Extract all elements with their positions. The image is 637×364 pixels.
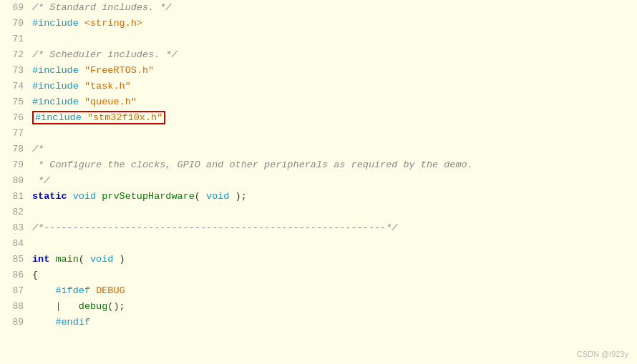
line-number: 70 xyxy=(0,16,32,31)
line-content: int main( void ) xyxy=(32,252,637,267)
token-kw-preprocessor: #include xyxy=(32,65,84,76)
line-content: */ xyxy=(32,173,637,189)
code-line: 73#include "FreeRTOS.h" xyxy=(0,63,637,79)
line-number: 88 xyxy=(0,299,32,315)
code-line: 79 * Configure the clocks, GPIO and othe… xyxy=(0,157,637,173)
line-number: 77 xyxy=(0,126,32,142)
code-line: 86{ xyxy=(0,267,637,283)
token-kw-comment: /* Standard includes. */ xyxy=(32,2,171,13)
token-kw-string: "queue.h" xyxy=(84,97,137,107)
token-kw-comment: */ xyxy=(32,175,49,186)
line-content: #ifdef DEBUG xyxy=(32,283,637,299)
line-content: #include <string.h> xyxy=(32,16,637,31)
code-line: 85int main( void ) xyxy=(0,252,637,267)
line-number: 82 xyxy=(0,205,32,220)
code-line: 69/* Standard includes. */ xyxy=(0,0,637,16)
code-line: 89 #endif xyxy=(0,315,637,330)
code-line: 88 | debug(); xyxy=(0,299,637,315)
code-line: 70#include <string.h> xyxy=(0,16,637,31)
token-kw-string: "task.h" xyxy=(84,81,131,92)
code-line: 81static void prvSetupHardware( void ); xyxy=(0,189,637,205)
line-content: #include "task.h" xyxy=(32,79,637,94)
token-kw-normal: { xyxy=(32,270,38,280)
code-line: 87 #ifdef DEBUG xyxy=(0,283,637,299)
token-kw-type: void xyxy=(73,191,102,202)
code-line: 74#include "task.h" xyxy=(0,79,637,94)
line-content: * Configure the clocks, GPIO and other p… xyxy=(32,157,637,173)
line-content: | debug(); xyxy=(32,299,637,315)
line-content: /* Scheduler includes. */ xyxy=(32,47,637,63)
token-kw-preprocessor: #ifdef xyxy=(55,285,96,296)
code-line: 75#include "queue.h" xyxy=(0,94,637,110)
code-line: 84 xyxy=(0,236,637,252)
token-kw-string: "FreeRTOS.h" xyxy=(84,65,154,76)
token-kw-preprocessor: #endif xyxy=(55,317,90,328)
token-kw-string: <string.h> xyxy=(84,18,142,29)
token-kw-string: DEBUG xyxy=(96,285,125,296)
line-content: #include "stm32f10x.h" xyxy=(32,110,637,126)
token-kw-comment: /* xyxy=(32,144,44,154)
code-line: 82 xyxy=(0,205,637,220)
line-number: 69 xyxy=(0,0,32,16)
line-number: 76 xyxy=(0,110,32,126)
line-number: 83 xyxy=(0,220,32,236)
line-content: #endif xyxy=(32,315,637,330)
token-kw-function: debug xyxy=(79,301,108,312)
token-kw-comment: /*--------------------------------------… xyxy=(32,222,397,233)
line-content: { xyxy=(32,267,637,283)
line-content: #include "queue.h" xyxy=(32,94,637,110)
line-content: /*--------------------------------------… xyxy=(32,220,637,236)
line-number: 87 xyxy=(0,283,32,299)
token-kw-function: prvSetupHardware xyxy=(102,191,195,202)
line-number: 73 xyxy=(0,63,32,79)
line-number: 80 xyxy=(0,173,32,189)
token-kw-comment: * Configure the clocks, GPIO and other p… xyxy=(32,159,473,170)
code-line: 71 xyxy=(0,31,637,47)
line-number: 72 xyxy=(0,47,32,63)
line-number: 71 xyxy=(0,31,32,47)
token-kw-normal xyxy=(32,285,55,296)
watermark-text: CSDN @I923y xyxy=(577,350,628,358)
token-kw-separator: | xyxy=(32,301,79,312)
token-kw-normal: ); xyxy=(229,191,246,202)
token-kw-keyword: int xyxy=(32,254,55,265)
token-kw-function: main xyxy=(55,254,78,265)
line-content: /* xyxy=(32,142,637,157)
line-number: 86 xyxy=(0,267,32,283)
line-content: static void prvSetupHardware( void ); xyxy=(32,189,637,205)
token-kw-normal: ) xyxy=(113,254,125,265)
token-kw-normal: (); xyxy=(107,301,125,312)
line-content: #include "FreeRTOS.h" xyxy=(32,63,637,79)
highlighted-code: #include "stm32f10x.h" xyxy=(32,111,165,124)
code-line: 76#include "stm32f10x.h" xyxy=(0,110,637,126)
token-kw-type: void xyxy=(90,254,113,265)
line-number: 85 xyxy=(0,252,32,267)
line-number: 74 xyxy=(0,79,32,94)
line-number: 84 xyxy=(0,236,32,252)
code-line: 72/* Scheduler includes. */ xyxy=(0,47,637,63)
line-number: 89 xyxy=(0,315,32,330)
code-editor: 69/* Standard includes. */70#include <st… xyxy=(0,0,637,364)
line-content: /* Standard includes. */ xyxy=(32,0,637,16)
code-line: 78/* xyxy=(0,142,637,157)
line-number: 81 xyxy=(0,189,32,205)
code-line: 80 */ xyxy=(0,173,637,189)
token-kw-preprocessor: #include xyxy=(32,97,84,107)
token-kw-type: void xyxy=(206,191,229,202)
code-line: 77 xyxy=(0,126,637,142)
token-kw-preprocessor: #include xyxy=(32,18,84,29)
token-kw-comment: /* Scheduler includes. */ xyxy=(32,49,178,60)
token-kw-normal xyxy=(32,317,55,328)
line-number: 79 xyxy=(0,157,32,173)
line-number: 75 xyxy=(0,94,32,110)
token-kw-keyword: static xyxy=(32,191,73,202)
token-kw-normal: ( xyxy=(195,191,206,202)
token-kw-preprocessor: #include xyxy=(32,81,84,92)
line-number: 78 xyxy=(0,142,32,157)
token-kw-normal: ( xyxy=(79,254,90,265)
code-line: 83/*------------------------------------… xyxy=(0,220,637,236)
